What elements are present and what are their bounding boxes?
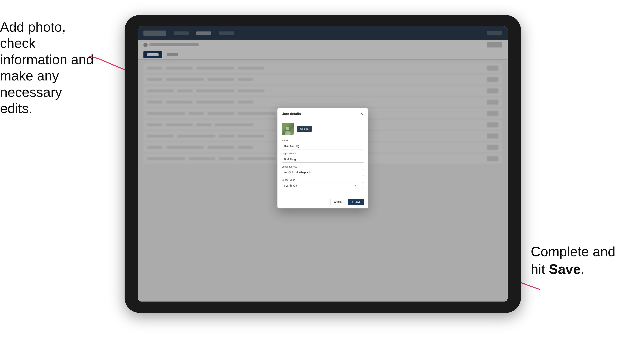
display-name-field-group: Display name bbox=[282, 152, 364, 163]
modal-close-button[interactable]: ✕ bbox=[359, 112, 364, 116]
school-year-select-wrapper: ✕ ⌄ bbox=[282, 182, 364, 189]
modal-dialog: User details ✕ bbox=[278, 108, 368, 208]
photo-upload-row: Upload bbox=[282, 123, 364, 135]
name-label: Name bbox=[282, 139, 364, 142]
school-year-input[interactable] bbox=[282, 182, 364, 189]
select-clear-button[interactable]: ✕ bbox=[352, 182, 358, 189]
annotation-right: Complete and hit Save. bbox=[531, 243, 640, 278]
email-label: Email address bbox=[282, 165, 364, 168]
modal-body: Upload Name Display name bbox=[278, 119, 368, 196]
email-field-group: Email address bbox=[282, 165, 364, 176]
tablet-screen: User details ✕ bbox=[138, 26, 508, 302]
select-dropdown-icon[interactable]: ⌄ bbox=[358, 182, 364, 189]
save-icon: ⬆ bbox=[351, 200, 353, 203]
modal-overlay: User details ✕ bbox=[138, 26, 508, 302]
cancel-button[interactable]: Cancel bbox=[330, 199, 346, 205]
display-name-input[interactable] bbox=[282, 156, 364, 163]
tablet-frame: User details ✕ bbox=[124, 15, 521, 313]
svg-point-3 bbox=[286, 127, 289, 130]
email-input[interactable] bbox=[282, 169, 364, 176]
select-controls: ✕ ⌄ bbox=[352, 182, 364, 189]
name-field-group: Name bbox=[282, 139, 364, 150]
school-year-field-group: School Year ✕ ⌄ bbox=[282, 178, 364, 189]
modal-footer: Cancel ⬆ Save bbox=[278, 196, 368, 208]
modal-title: User details bbox=[282, 112, 301, 116]
upload-button[interactable]: Upload bbox=[297, 126, 312, 132]
photo-thumbnail bbox=[282, 123, 294, 135]
person-silhouette-icon bbox=[284, 126, 292, 135]
save-button[interactable]: ⬆ Save bbox=[348, 199, 364, 205]
svg-point-4 bbox=[285, 131, 291, 135]
annotation-left: Add photo, check information and make an… bbox=[0, 19, 98, 117]
name-input[interactable] bbox=[282, 143, 364, 150]
page-content: User details ✕ bbox=[138, 40, 508, 302]
modal-header: User details ✕ bbox=[278, 108, 368, 119]
display-name-label: Display name bbox=[282, 152, 364, 155]
school-year-label: School Year bbox=[282, 178, 364, 181]
